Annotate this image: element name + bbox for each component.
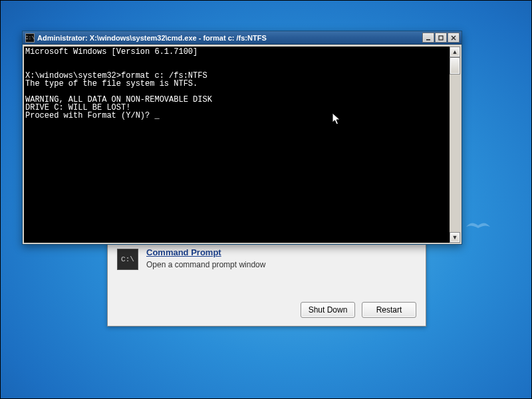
windows-bird-decoration bbox=[465, 220, 491, 233]
command-prompt-description: Open a command prompt window bbox=[146, 260, 416, 269]
recovery-tools-dialog: C:\ Command Prompt Open a command prompt… bbox=[107, 240, 426, 327]
command-prompt-icon: C:\ bbox=[117, 249, 138, 270]
scroll-track[interactable] bbox=[450, 57, 460, 232]
cmd-title-icon: C:\ bbox=[25, 33, 35, 43]
restart-button[interactable]: Restart bbox=[362, 302, 416, 318]
scroll-thumb[interactable] bbox=[450, 57, 460, 74]
desktop-background: C:\ Command Prompt Open a command prompt… bbox=[0, 0, 532, 399]
minimize-button[interactable] bbox=[422, 33, 434, 43]
cmd-scrollbar[interactable]: ▲ ▼ bbox=[450, 47, 460, 243]
svg-rect-0 bbox=[426, 39, 430, 41]
command-prompt-window: C:\ Administrator: X:\windows\system32\c… bbox=[22, 31, 462, 245]
svg-rect-1 bbox=[439, 36, 443, 40]
command-prompt-link[interactable]: Command Prompt bbox=[146, 247, 416, 257]
maximize-button[interactable] bbox=[435, 33, 447, 43]
scroll-down-button[interactable]: ▼ bbox=[450, 232, 460, 243]
cmd-titlebar[interactable]: C:\ Administrator: X:\windows\system32\c… bbox=[23, 31, 462, 45]
cmd-body: Microsoft Windows [Version 6.1.7100] X:\… bbox=[23, 45, 462, 244]
cmd-output[interactable]: Microsoft Windows [Version 6.1.7100] X:\… bbox=[24, 47, 450, 243]
shutdown-button[interactable]: Shut Down bbox=[301, 302, 355, 318]
close-button[interactable] bbox=[448, 33, 460, 43]
tool-row-command-prompt: C:\ Command Prompt Open a command prompt… bbox=[108, 241, 426, 274]
cmd-title-text: Administrator: X:\windows\system32\cmd.e… bbox=[37, 34, 422, 42]
scroll-up-button[interactable]: ▲ bbox=[450, 47, 460, 57]
